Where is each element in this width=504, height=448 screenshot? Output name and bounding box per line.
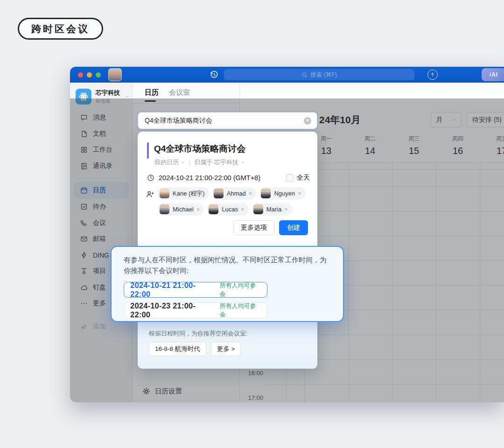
search-icon [301,72,308,78]
create-button[interactable]: 创建 [279,220,308,235]
history-icon[interactable] [210,70,219,79]
close-window-button[interactable] [78,72,83,77]
attendee-chip[interactable]: Kane (程宇) [158,187,209,200]
subtitle-divider: | [189,159,190,166]
attendee-avatar [261,189,271,198]
attendees-icon [146,190,154,198]
event-title: Q4全球市场策略商讨会 [154,143,245,155]
chevron-down-icon [181,160,185,165]
room-chip[interactable]: 16-8-8 航海时代 [149,342,206,356]
ai-assistant-button[interactable]: /AI [482,68,504,81]
chevron-down-icon [240,160,245,165]
recommend-hint: 有参与人在不同时区，根据闲忙情况、不同时区正常工作时间，为你推荐以下会议时间: [124,254,332,276]
titlebar: 搜索 (⌘F) /AI [70,67,504,83]
attendee-avatar [160,189,169,198]
attendee-avatar [214,189,224,198]
scenario-tag: 跨时区会议 [18,18,103,40]
attendee-chip[interactable]: Michael × [158,203,204,216]
event-accent-bar [147,142,149,159]
org-name: 芯宇科技 [96,89,125,97]
ai-assistant-label: /AI [490,71,498,78]
upload-icon[interactable] [427,70,438,80]
minimize-window-button[interactable] [87,72,92,77]
attendee-avatar [160,204,169,214]
scenario-tag-label: 跨时区会议 [31,22,90,35]
calendar-select[interactable]: 我的日历 [154,158,185,167]
recommend-option[interactable]: 2024-10-23 21:00-22:00 所有人均可参会 [124,302,267,318]
attendee-chip[interactable]: Nguyen × [259,187,305,200]
attendee-chip[interactable]: Maria × [252,203,292,216]
attendee-chip[interactable]: Ahmad × [212,187,257,200]
recommend-option-selected[interactable]: 2024-10-21 21:00-22:00 所有人均可参会 [124,282,267,298]
more-options-button[interactable]: 更多选项 [233,220,274,235]
global-search-placeholder: 搜索 (⌘F) [310,71,337,79]
allday-toggle[interactable]: 全天 [286,174,310,182]
event-time-text[interactable]: 2024-10-21 21:00-22:00 (GMT+8) [159,174,260,182]
global-search-input[interactable]: 搜索 (⌘F) [224,69,414,80]
allday-checkbox[interactable] [286,174,294,182]
belong-select[interactable]: 归属于 芯宇科技 [194,158,245,167]
remove-attendee-icon[interactable]: × [241,206,245,213]
user-avatar[interactable] [108,68,122,81]
room-more-button[interactable]: 更多 > [211,342,241,356]
attendee-chips: Kane (程宇) Ahmad × Nguyen × Michael × Luc… [158,187,313,216]
clock-icon [147,174,154,182]
remove-attendee-icon[interactable]: × [284,206,288,213]
attendee-avatar [253,204,263,214]
room-recommend-hint: 根据日程时间，为你推荐空闲会议室: [149,329,248,338]
timezone-recommend-popup: 有参与人在不同时区，根据闲忙情况、不同时区正常工作时间，为你推荐以下会议时间: … [111,246,344,322]
remove-attendee-icon[interactable]: × [196,206,200,213]
room-recommend-section: 根据日程时间，为你推荐空闲会议室: 16-8-8 航海时代 更多 > [138,322,317,369]
attendee-avatar [209,204,218,214]
zoom-window-button[interactable] [96,72,101,77]
attendee-chip[interactable]: Lucas × [207,203,248,216]
remove-attendee-icon[interactable]: × [298,190,301,197]
event-title-input[interactable] [145,117,304,125]
app-window: 搜索 (⌘F) /AI 芯宇科技 标准版 [70,67,504,402]
event-title-input-wrap: ✕ [138,112,317,129]
clear-input-icon[interactable]: ✕ [304,117,311,125]
remove-attendee-icon[interactable]: × [249,190,252,197]
